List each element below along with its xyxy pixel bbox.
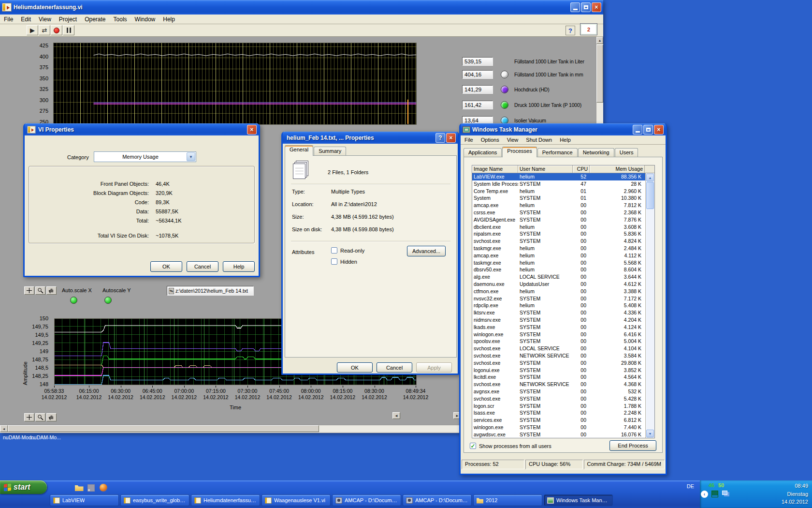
menu-item[interactable]: File [0, 15, 17, 24]
close-button[interactable]: × [592, 2, 601, 12]
pan-tool-button[interactable] [46, 413, 57, 421]
tab[interactable]: Performance [537, 148, 578, 157]
process-row[interactable]: logonui.exe SYSTEM 00 3.852 K [472, 367, 645, 374]
scroll-thumb[interactable] [596, 45, 603, 103]
process-row[interactable]: svchost.exe LOCAL SERVICE 00 4.104 K [472, 345, 645, 352]
minimize-button[interactable] [633, 125, 642, 134]
pan-tool-button[interactable] [46, 286, 57, 295]
process-row[interactable]: System Idle Process SYSTEM 47 28 K [472, 180, 645, 188]
cursor-tool-button[interactable] [24, 286, 34, 295]
run-button[interactable]: ▶ [27, 25, 38, 35]
process-row[interactable]: services.exe SYSTEM 00 6.812 K [472, 417, 645, 424]
category-dropdown[interactable]: Memory Usage ▼ [94, 151, 196, 162]
quick-launch-icon[interactable] [99, 483, 108, 493]
process-row[interactable]: csrss.exe SYSTEM 00 2.368 K [472, 209, 645, 216]
tab[interactable]: Processes [502, 147, 536, 157]
column-header-mem-usage[interactable]: Mem Usage [590, 165, 645, 173]
start-button[interactable]: start [0, 480, 47, 494]
coretemp-tray-icon[interactable] [711, 491, 718, 497]
minimized-window-caption[interactable]: nuDAM-Mo... [31, 434, 61, 440]
zoom-tool-button[interactable] [35, 286, 45, 295]
taskbar-window-button[interactable]: AMCAP - D:\Documen... [332, 494, 401, 506]
process-row[interactable]: svchost.exe SYSTEM 00 4.824 K [472, 238, 645, 245]
process-row[interactable]: ctfmon.exe helium 00 3.388 K [472, 288, 645, 295]
process-row[interactable]: lkcitdl.exe SYSTEM 00 4.564 K [472, 374, 645, 381]
run-continuous-button[interactable]: ⇄ [39, 25, 50, 35]
process-row[interactable]: svchost.exe SYSTEM 00 29.808 K [472, 359, 645, 367]
process-row[interactable]: alg.exe LOCAL SERVICE 00 3.644 K [472, 273, 645, 281]
process-list-scrollbar[interactable]: ▲ ▼ [645, 173, 654, 438]
column-header-image-name[interactable]: Image Name [472, 165, 518, 173]
tray-collapse-chevron-icon[interactable]: ‹ [701, 491, 708, 498]
cursor-tool-button[interactable] [24, 413, 34, 421]
process-row[interactable]: dbsrv50.exe helium 00 8.604 K [472, 266, 645, 273]
scroll-down-button[interactable]: ▼ [646, 430, 654, 437]
menu-item[interactable]: Project [55, 15, 81, 24]
ok-button[interactable]: OK [337, 362, 373, 373]
menu-item[interactable]: File [461, 136, 477, 144]
scroll-up-button[interactable]: ▲ [596, 37, 603, 44]
process-row[interactable]: logon.scr SYSTEM 00 1.788 K [472, 403, 645, 410]
process-row[interactable]: taskmgr.exe helium 00 5.568 K [472, 259, 645, 267]
scroll-thumb[interactable] [8, 425, 319, 432]
help-icon[interactable]: ? [435, 133, 445, 143]
quick-launch-icon[interactable] [74, 483, 84, 493]
quick-launch-icon[interactable] [87, 483, 96, 493]
scroll-up-button[interactable]: ▲ [646, 174, 654, 181]
menu-item[interactable]: Edit [17, 15, 35, 24]
column-header-cpu[interactable]: CPU [573, 165, 590, 173]
process-row[interactable]: daemonu.exe UpdatusUser 00 4.612 K [472, 281, 645, 288]
process-row[interactable]: LabVIEW.exe helium 52 88.356 K [472, 173, 645, 180]
quick-launch-icon[interactable] [62, 483, 72, 493]
process-row[interactable]: nvsvc32.exe SYSTEM 00 7.172 K [472, 295, 645, 302]
process-row[interactable]: lkads.exe SYSTEM 00 4.124 K [472, 324, 645, 331]
zoom-tool-button[interactable] [35, 413, 45, 421]
process-row[interactable]: winlogon.exe SYSTEM 00 7.440 K [472, 424, 645, 431]
process-row[interactable]: lktsrv.exe SYSTEM 00 4.336 K [472, 309, 645, 316]
process-row[interactable]: lsass.exe SYSTEM 00 2.248 K [472, 409, 645, 417]
process-row[interactable]: winlogon.exe SYSTEM 00 6.416 K [472, 331, 645, 338]
process-row[interactable]: Core Temp.exe helium 01 2.960 K [472, 188, 645, 195]
scroll-thumb[interactable] [646, 182, 654, 209]
menu-item[interactable]: Options [477, 136, 503, 144]
process-row[interactable]: avgwdsvc.exe SYSTEM 00 16.076 K [472, 431, 645, 438]
quick-launch-icon[interactable] [50, 483, 59, 493]
top-chart-plot[interactable] [53, 43, 417, 125]
scroll-left-button[interactable]: ◄ [0, 425, 8, 432]
hidden-checkbox[interactable] [331, 258, 337, 265]
autoscale-y-led[interactable] [104, 297, 112, 304]
process-row[interactable]: amcap.exe helium 00 4.112 K [472, 252, 645, 259]
tab[interactable]: Summary [314, 147, 346, 156]
taskbar-window-button[interactable]: Windows Task Manager [544, 494, 613, 506]
maximize-button[interactable] [643, 125, 653, 134]
autoscale-x-led[interactable] [70, 297, 77, 304]
pause-button[interactable] [63, 25, 74, 35]
tab[interactable]: Applications [464, 148, 502, 157]
taskbar-window-button[interactable]: AMCAP - D:\Documen... [403, 494, 472, 506]
apply-button[interactable]: Apply [416, 362, 452, 373]
menu-item[interactable]: Operate [81, 15, 109, 24]
maximize-button[interactable] [581, 2, 591, 12]
tab[interactable]: General [285, 145, 313, 156]
process-row[interactable]: taskmgr.exe helium 00 2.484 K [472, 245, 645, 252]
process-row[interactable]: nidmsrv.exe SYSTEM 00 4.204 K [472, 316, 645, 324]
graph-scroll-left-button[interactable]: ◄ [392, 412, 400, 419]
process-row[interactable]: nipalsm.exe SYSTEM 00 5.836 K [472, 230, 645, 238]
menu-item[interactable]: Help [159, 15, 179, 24]
advanced-button[interactable]: Advanced... [407, 246, 446, 256]
process-row[interactable]: avgnsx.exe SYSTEM 00 532 K [472, 388, 645, 395]
ok-button[interactable]: OK [150, 261, 182, 272]
process-row[interactable]: AVGIDSAgent.exe SYSTEM 00 7.876 K [472, 216, 645, 224]
column-header-user-name[interactable]: User Name [518, 165, 573, 173]
cancel-button[interactable]: Cancel [187, 261, 218, 272]
process-row[interactable]: svchost.exe NETWORK SERVICE 00 4.368 K [472, 381, 645, 388]
process-row[interactable]: dbclient.exe helium 00 3.608 K [472, 224, 645, 231]
process-row[interactable]: spoolsv.exe SYSTEM 00 5.004 K [472, 338, 645, 345]
language-indicator[interactable]: DE [687, 483, 694, 489]
minimize-button[interactable] [570, 2, 580, 12]
chevron-down-icon[interactable]: ▼ [187, 152, 195, 161]
menu-item[interactable]: Help [556, 136, 575, 144]
taskbar-window-button[interactable]: Heliumdatenerfassun... [191, 494, 260, 506]
menu-item[interactable]: View [35, 15, 55, 24]
menu-item[interactable]: Tools [110, 15, 131, 24]
